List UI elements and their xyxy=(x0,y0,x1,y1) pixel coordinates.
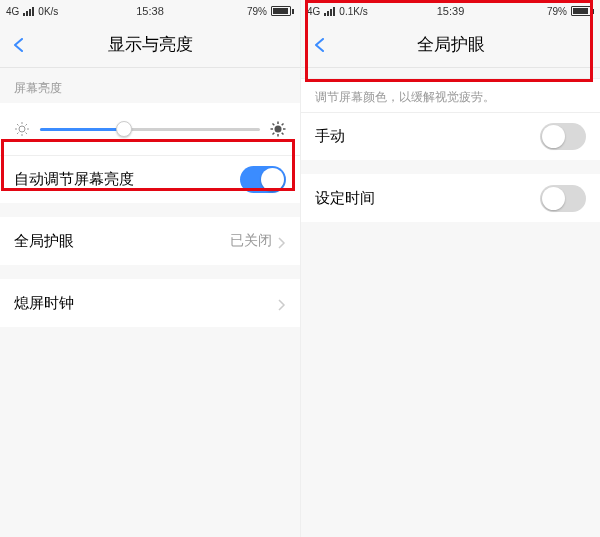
content: 屏幕亮度 自动调节屏幕亮度 全局护眼 xyxy=(0,68,300,537)
signal-icon xyxy=(324,7,335,16)
status-right: 79% xyxy=(535,6,594,17)
manual-toggle[interactable] xyxy=(540,123,586,150)
slider-thumb[interactable] xyxy=(116,121,132,137)
status-bar: 4G 0K/s 15:38 79% xyxy=(0,0,300,22)
eye-care-value: 已关闭 xyxy=(230,232,272,250)
lock-clock-label: 熄屏时钟 xyxy=(14,294,74,313)
content: 调节屏幕颜色，以缓解视觉疲劳。 手动 设定时间 xyxy=(301,68,600,537)
section-label-brightness: 屏幕亮度 xyxy=(0,68,300,103)
phone-right: 4G 0.1K/s 15:39 79% xyxy=(300,0,600,537)
chevron-right-icon xyxy=(278,235,286,247)
svg-point-2 xyxy=(19,126,25,132)
auto-brightness-label: 自动调节屏幕亮度 xyxy=(14,170,134,189)
lock-clock-row[interactable]: 熄屏时钟 xyxy=(0,279,300,327)
auto-brightness-row: 自动调节屏幕亮度 xyxy=(0,155,300,203)
network-label: 4G xyxy=(6,6,19,17)
eye-care-label: 全局护眼 xyxy=(14,232,74,251)
speed-label: 0K/s xyxy=(38,6,58,17)
battery-label: 79% xyxy=(247,6,267,17)
page-title: 显示与亮度 xyxy=(108,33,193,56)
battery-label: 79% xyxy=(547,6,567,17)
network-label: 4G xyxy=(307,6,320,17)
back-button[interactable] xyxy=(313,38,327,52)
status-right: 79% xyxy=(235,6,294,17)
page-title: 全局护眼 xyxy=(417,33,485,56)
status-left: 4G 0K/s xyxy=(6,6,58,17)
status-bar: 4G 0.1K/s 15:39 79% xyxy=(301,0,600,22)
brightness-slider-row xyxy=(0,103,300,155)
schedule-label: 设定时间 xyxy=(315,189,375,208)
schedule-toggle[interactable] xyxy=(540,185,586,212)
nav-bar: 全局护眼 xyxy=(301,22,600,68)
clock: 15:38 xyxy=(136,5,164,17)
phone-left: 4G 0K/s 15:38 79% xyxy=(0,0,300,537)
svg-line-8 xyxy=(26,133,28,135)
sun-large-icon xyxy=(270,121,286,137)
battery-icon xyxy=(571,6,594,16)
status-left: 4G 0.1K/s xyxy=(307,6,368,17)
back-button[interactable] xyxy=(12,38,26,52)
brightness-slider[interactable] xyxy=(40,128,260,131)
svg-line-16 xyxy=(273,124,275,126)
clock: 15:39 xyxy=(437,5,465,17)
speed-label: 0.1K/s xyxy=(339,6,367,17)
svg-point-11 xyxy=(275,126,282,133)
svg-line-17 xyxy=(282,133,284,135)
svg-line-7 xyxy=(17,124,19,126)
nav-bar: 显示与亮度 xyxy=(0,22,300,68)
svg-line-18 xyxy=(273,133,275,135)
svg-line-10 xyxy=(26,124,28,126)
svg-line-19 xyxy=(282,124,284,126)
chevron-right-icon xyxy=(278,297,286,309)
hint-text: 调节屏幕颜色，以缓解视觉疲劳。 xyxy=(301,78,600,112)
battery-icon xyxy=(271,6,294,16)
eye-care-row[interactable]: 全局护眼 已关闭 xyxy=(0,217,300,265)
manual-label: 手动 xyxy=(315,127,345,146)
signal-icon xyxy=(23,7,34,16)
svg-line-9 xyxy=(17,133,19,135)
sun-small-icon xyxy=(14,121,30,137)
schedule-row: 设定时间 xyxy=(301,174,600,222)
auto-brightness-toggle[interactable] xyxy=(240,166,286,193)
manual-row: 手动 xyxy=(301,112,600,160)
